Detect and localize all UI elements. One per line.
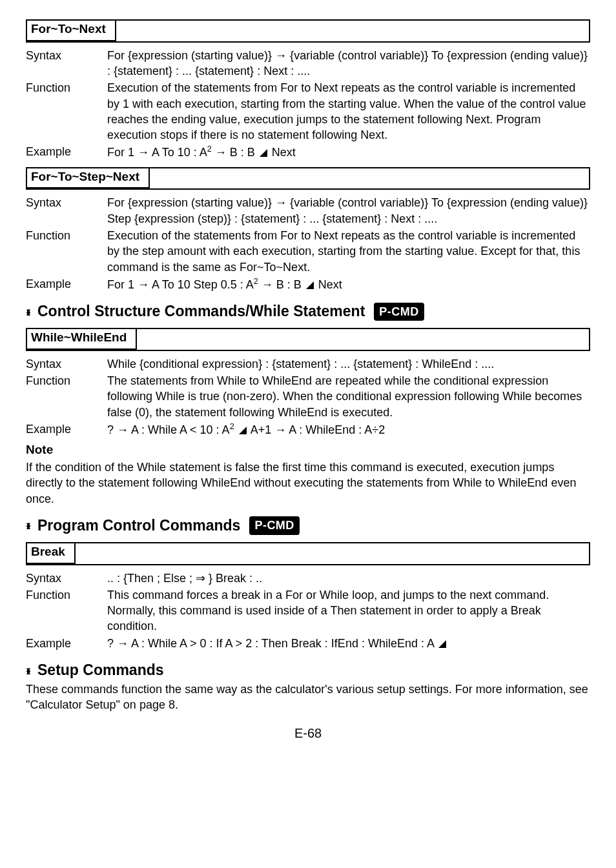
function-label: Function [26,80,107,143]
example-text-post: A+1 → A : WhileEnd : A÷2 [248,423,385,436]
chevron-pair-icon [26,304,32,319]
example-row: Example ? → A : While A > 0 : If A > 2 :… [26,636,590,651]
syntax-label: Syntax [26,48,107,79]
command-title: For~To~Step~Next [26,167,150,189]
syntax-body: While {conditional expression} : {statem… [107,356,590,372]
syntax-body: For {expression (starting value)} → {var… [107,195,590,227]
page-number: E-68 [26,725,590,742]
example-superscript: 2 [254,277,258,286]
example-label: Example [26,421,107,438]
syntax-body: For {expression (starting value)} → {var… [107,48,590,79]
command-box-for-to-step-next: For~To~Step~Next [26,167,590,190]
section-heading-program-control: Program Control Commands P-CMD [26,516,590,536]
command-box-while-whileend: While~WhileEnd [26,328,590,351]
syntax-body: .. : {Then ; Else ; ⇒ } Break : .. [107,570,590,586]
section-heading-setup-commands: Setup Commands [26,660,590,680]
command-box-for-to-next: For~To~Next [26,19,590,43]
syntax-label: Syntax [26,356,107,372]
command-box-break: Break [26,542,590,565]
example-body: ? → A : While A < 10 : A2 A+1 → A : Whil… [107,421,590,438]
function-body: Execution of the statements from For to … [107,80,590,143]
example-text-post: → B : B [258,278,305,291]
example-body: For 1 → A To 10 : A2 → B : B Next [107,144,590,160]
syntax-row: Syntax While {conditional expression} : … [26,356,590,372]
example-text-pre: For 1 → A To 10 Step 0.5 : A [107,278,254,291]
function-body: Execution of the statements from For to … [107,228,590,275]
chevron-pair-icon [26,663,32,678]
syntax-label: Syntax [26,195,107,227]
syntax-row: Syntax For {expression (starting value)}… [26,195,590,227]
function-row: Function This command forces a break in … [26,587,590,634]
example-superscript: 2 [230,422,234,431]
example-row: Example For 1 → A To 10 : A2 → B : B Nex… [26,144,590,160]
syntax-label: Syntax [26,570,107,586]
example-text-tail: Next [315,278,342,291]
triangle-icon [438,640,446,648]
function-label: Function [26,587,107,634]
example-label: Example [26,636,107,651]
note-body: If the condition of the While statement … [26,459,590,507]
function-label: Function [26,373,107,420]
setup-body: These commands function the same way as … [26,681,590,713]
example-body: For 1 → A To 10 Step 0.5 : A2 → B : B Ne… [107,276,590,292]
syntax-row: Syntax .. : {Then ; Else ; ⇒ } Break : .… [26,570,590,586]
example-text-pre: ? → A : While A < 10 : A [107,423,230,436]
example-text-mid [234,423,238,436]
example-text-post: → B : B [212,146,258,159]
example-superscript: 2 [207,145,212,154]
example-row: Example For 1 → A To 10 Step 0.5 : A2 → … [26,276,590,292]
function-row: Function Execution of the statements fro… [26,80,590,143]
command-title: Break [26,542,76,564]
example-text-pre: For 1 → A To 10 : A [107,146,207,159]
pcmd-badge: P-CMD [249,516,300,534]
syntax-row: Syntax For {expression (starting value)}… [26,48,590,79]
triangle-icon [306,281,314,289]
example-label: Example [26,276,107,292]
example-text-pre: ? → A : While A > 0 : If A > 2 : Then Br… [107,637,437,650]
command-title: While~WhileEnd [26,328,137,350]
chevron-pair-icon [26,518,32,533]
function-body: This command forces a break in a For or … [107,587,590,634]
function-row: Function The statements from While to Wh… [26,373,590,420]
example-label: Example [26,144,107,160]
triangle-icon [260,149,267,157]
command-title: For~To~Next [26,19,116,41]
example-row: Example ? → A : While A < 10 : A2 A+1 → … [26,421,590,438]
function-body: The statements from While to WhileEnd ar… [107,373,590,420]
function-row: Function Execution of the statements fro… [26,228,590,275]
section-heading-text: Setup Commands [37,660,164,680]
example-text-tail: Next [269,146,296,159]
section-heading-while: Control Structure Commands/While Stateme… [26,301,590,321]
pcmd-badge: P-CMD [374,303,424,321]
triangle-icon [239,427,247,434]
function-label: Function [26,228,107,275]
section-heading-text: Program Control Commands [37,516,240,536]
section-heading-text: Control Structure Commands/While Stateme… [37,301,365,321]
example-body: ? → A : While A > 0 : If A > 2 : Then Br… [107,636,590,651]
note-heading: Note [26,441,590,458]
